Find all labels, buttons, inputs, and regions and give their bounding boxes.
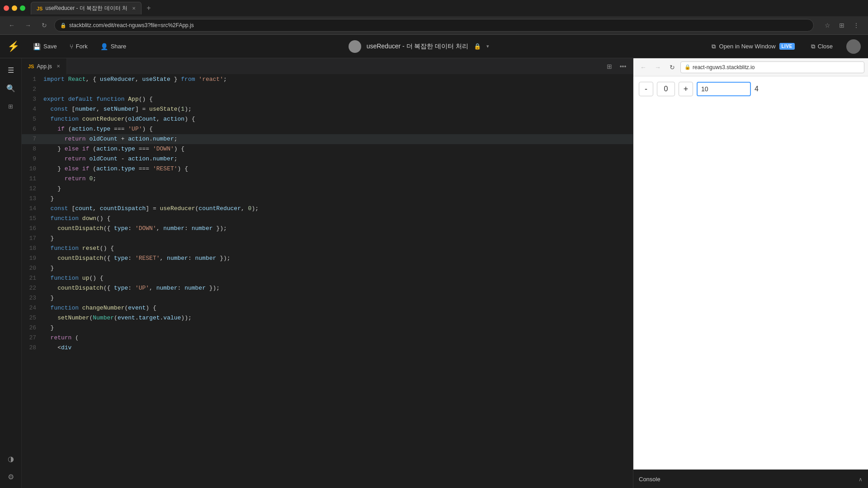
tab-close-icon[interactable]: ✕ bbox=[132, 6, 136, 11]
open-new-window-button[interactable]: ⧉ Open in New Window LIVE bbox=[705, 40, 801, 53]
fork-label: Fork bbox=[76, 43, 88, 50]
file-tab-js-icon: JS bbox=[28, 64, 34, 69]
fork-button[interactable]: ⑂ Fork bbox=[63, 40, 94, 53]
preview-back-button[interactable]: ← bbox=[637, 61, 650, 74]
tab-title: useReducer - 더 복잡한 데이터 처 bbox=[45, 5, 127, 12]
code-line-24: 24 function changeNumber(event) { bbox=[22, 303, 633, 313]
code-line-17: 17 } bbox=[22, 234, 633, 244]
sidebar-item-files[interactable]: ☰ bbox=[3, 62, 19, 78]
url-text: stackblitz.com/edit/react-nguws3?file=sr… bbox=[69, 22, 194, 28]
demo-app: - 0 + 4 bbox=[639, 82, 759, 96]
code-line-21: 21 function up() { bbox=[22, 273, 633, 283]
preview-url-text: react-nguws3.stackblitz.io bbox=[693, 64, 755, 70]
browser-actions: ☆ ⊞ ⋮ bbox=[821, 19, 863, 32]
code-line-5: 5 function countReducer(oldCount, action… bbox=[22, 114, 633, 124]
traffic-lights bbox=[4, 5, 25, 11]
code-line-12: 12 } bbox=[22, 184, 633, 194]
console-label: Console bbox=[639, 476, 660, 483]
code-line-20: 20 } bbox=[22, 263, 633, 273]
split-editor-button[interactable]: ⊞ bbox=[603, 61, 616, 72]
preview-url-bar[interactable]: 🔒 react-nguws3.stackblitz.io bbox=[680, 61, 864, 73]
save-button[interactable]: 💾 Save bbox=[27, 40, 63, 53]
app-toolbar: ⚡ 💾 Save ⑂ Fork 👤 Share useReducer - 더 복… bbox=[0, 35, 868, 58]
url-bar[interactable]: 🔒 stackblitz.com/edit/react-nguws3?file=… bbox=[54, 19, 814, 32]
left-sidebar: ☰ 🔍 ⊞ ◑ ⚙ bbox=[0, 58, 22, 488]
code-line-4: 4 const [number, setNumber] = useState(1… bbox=[22, 104, 633, 114]
sidebar-item-theme[interactable]: ◑ bbox=[3, 450, 19, 467]
code-line-6: 6 if (action.type === 'UP') { bbox=[22, 124, 633, 134]
code-line-16: 16 countDispatch({ type: 'DOWN', number:… bbox=[22, 224, 633, 234]
browser-chrome: JS useReducer - 더 복잡한 데이터 처 ✕ + ← → ↻ 🔒 … bbox=[0, 0, 868, 35]
code-line-11: 11 return 0; bbox=[22, 174, 633, 184]
open-new-window-label: Open in New Window bbox=[719, 43, 776, 50]
code-editor[interactable]: 1 import React, { useReducer, useState }… bbox=[22, 75, 633, 488]
extensions-button[interactable]: ⊞ bbox=[835, 19, 848, 32]
sidebar-item-search[interactable]: 🔍 bbox=[3, 80, 19, 96]
sidebar-item-extensions[interactable]: ⊞ bbox=[3, 98, 19, 114]
code-line-26: 26 } bbox=[22, 323, 633, 333]
user-avatar bbox=[846, 39, 861, 54]
code-line-23: 23 } bbox=[22, 293, 633, 303]
preview-reload-button[interactable]: ↻ bbox=[666, 61, 679, 74]
demo-plus-button[interactable]: + bbox=[679, 82, 693, 96]
file-tab-appjs[interactable]: JS App.js ✕ bbox=[22, 58, 67, 75]
code-line-19: 19 countDispatch({ type: 'RESET', number… bbox=[22, 253, 633, 263]
preview-lock-icon: 🔒 bbox=[684, 64, 691, 70]
menu-button[interactable]: ⋮ bbox=[850, 19, 863, 32]
file-tab-close-icon[interactable]: ✕ bbox=[57, 64, 60, 69]
demo-number-display: 4 bbox=[755, 85, 759, 93]
maximize-traffic-light[interactable] bbox=[20, 5, 25, 11]
editor-area: JS App.js ✕ ⊞ ••• 1 import React, { useR… bbox=[22, 58, 633, 488]
code-line-7: 7 return oldCount + action.number; bbox=[22, 134, 633, 144]
chevron-down-icon: ▾ bbox=[486, 43, 489, 49]
app-logo: ⚡ bbox=[7, 41, 19, 52]
close-traffic-light[interactable] bbox=[4, 5, 9, 11]
console-expand-icon[interactable]: ∧ bbox=[859, 476, 863, 483]
main-content: ☰ 🔍 ⊞ ◑ ⚙ JS App.js ✕ ⊞ ••• bbox=[0, 58, 868, 488]
code-line-18: 18 function reset() { bbox=[22, 244, 633, 253]
toolbar-center: useReducer - 더 복잡한 데이터 처리 🔒 ▾ bbox=[132, 40, 705, 53]
code-line-14: 14 const [count, countDispatch] = useRed… bbox=[22, 204, 633, 214]
demo-number-input[interactable] bbox=[697, 82, 751, 96]
code-line-9: 9 return oldCount - action.number; bbox=[22, 154, 633, 164]
tab-js-icon: JS bbox=[37, 6, 42, 11]
preview-content: - 0 + 4 bbox=[633, 76, 868, 469]
code-line-1: 1 import React, { useReducer, useState }… bbox=[22, 75, 633, 84]
open-new-window-icon: ⧉ bbox=[712, 43, 716, 50]
code-line-22: 22 countDispatch({ type: 'UP', number: n… bbox=[22, 283, 633, 293]
file-tab-name: App.js bbox=[37, 63, 52, 70]
minimize-traffic-light[interactable] bbox=[12, 5, 17, 11]
share-button[interactable]: 👤 Share bbox=[94, 40, 133, 53]
console-area: Console ∧ bbox=[633, 469, 868, 488]
url-lock-icon: 🔒 bbox=[60, 23, 66, 28]
fork-icon: ⑂ bbox=[70, 43, 73, 50]
preview-toolbar: ← → ↻ 🔒 react-nguws3.stackblitz.io bbox=[633, 58, 868, 76]
editor-more-button[interactable]: ••• bbox=[617, 61, 629, 72]
forward-button[interactable]: → bbox=[22, 19, 34, 32]
live-badge: LIVE bbox=[779, 43, 795, 50]
browser-tab-active[interactable]: JS useReducer - 더 복잡한 데이터 처 ✕ bbox=[31, 2, 142, 14]
new-tab-button[interactable]: + bbox=[143, 3, 154, 14]
close-button[interactable]: ⧉ Close bbox=[805, 40, 839, 53]
bookmark-button[interactable]: ☆ bbox=[821, 19, 834, 32]
save-label: Save bbox=[43, 43, 57, 50]
code-line-2: 2 bbox=[22, 84, 633, 94]
code-line-10: 10 } else if (action.type === 'RESET') { bbox=[22, 164, 633, 174]
code-line-8: 8 } else if (action.type === 'DOWN') { bbox=[22, 144, 633, 154]
sidebar-item-settings[interactable]: ⚙ bbox=[3, 469, 19, 485]
lock-icon: 🔒 bbox=[474, 43, 481, 50]
share-label: Share bbox=[111, 43, 127, 50]
code-line-28: 28 <div bbox=[22, 343, 633, 353]
preview-panel: ← → ↻ 🔒 react-nguws3.stackblitz.io - 0 +… bbox=[633, 58, 868, 488]
close-icon: ⧉ bbox=[811, 43, 815, 50]
code-line-13: 13 } bbox=[22, 194, 633, 204]
app-container: ⚡ 💾 Save ⑂ Fork 👤 Share useReducer - 더 복… bbox=[0, 35, 868, 488]
demo-minus-button[interactable]: - bbox=[639, 82, 653, 96]
back-button[interactable]: ← bbox=[5, 19, 18, 32]
share-icon: 👤 bbox=[100, 43, 108, 50]
reload-button[interactable]: ↻ bbox=[38, 19, 51, 32]
save-icon: 💾 bbox=[33, 43, 41, 50]
code-line-27: 27 return ( bbox=[22, 333, 633, 343]
preview-forward-button[interactable]: → bbox=[651, 61, 664, 74]
project-avatar bbox=[349, 40, 361, 53]
